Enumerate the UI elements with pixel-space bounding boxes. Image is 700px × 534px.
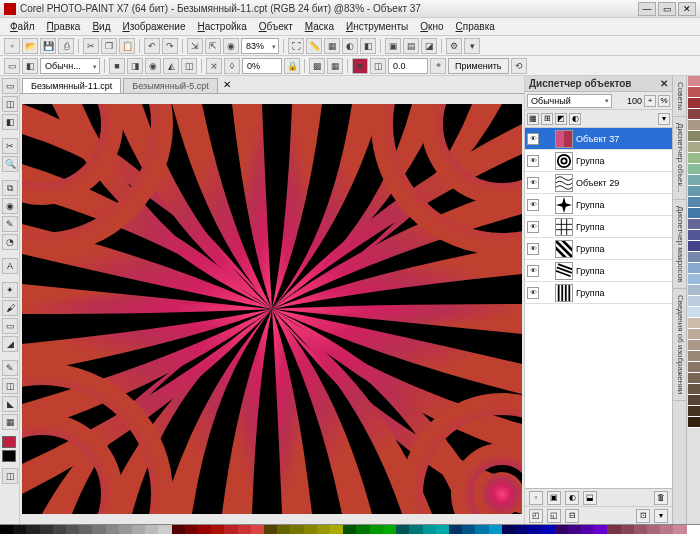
lock-slot[interactable] [542, 199, 552, 211]
swatch[interactable] [119, 525, 132, 534]
app2-icon[interactable]: ▤ [403, 38, 419, 54]
import-icon[interactable]: ⇲ [187, 38, 203, 54]
fill-tool-icon[interactable]: ◢ [2, 336, 18, 352]
swatch[interactable] [145, 525, 158, 534]
menu-инструменты[interactable]: Инструменты [340, 19, 414, 34]
transparency-tool-icon[interactable]: ▦ [2, 414, 18, 430]
swatch[interactable] [607, 525, 620, 534]
layer-row[interactable]: 👁Группа [525, 216, 672, 238]
swatch[interactable] [688, 329, 700, 340]
shadow-tool-icon[interactable]: ◣ [2, 396, 18, 412]
blend-combo[interactable]: Обычн... [40, 58, 100, 74]
swatch[interactable] [396, 525, 409, 534]
menu-файл[interactable]: Файл [4, 19, 41, 34]
swatch[interactable] [238, 525, 251, 534]
ruler-icon[interactable]: 📏 [306, 38, 322, 54]
swatch[interactable] [688, 142, 700, 153]
menu-правка[interactable]: Правка [41, 19, 87, 34]
cut-icon[interactable]: ✂ [83, 38, 99, 54]
swatch[interactable] [449, 525, 462, 534]
swatch[interactable] [688, 417, 700, 428]
fill-square-icon[interactable]: ◫ [181, 58, 197, 74]
swatch[interactable] [423, 525, 436, 534]
swatch[interactable] [688, 186, 700, 197]
swatch[interactable] [528, 525, 541, 534]
swatch[interactable] [688, 252, 700, 263]
revert-icon[interactable]: ⟲ [511, 58, 527, 74]
swatch[interactable] [475, 525, 488, 534]
fullscreen-icon[interactable]: ⛶ [288, 38, 304, 54]
open-icon[interactable]: 📂 [22, 38, 38, 54]
brush-tool-icon[interactable]: 🖌 [2, 300, 18, 316]
swatch[interactable] [92, 525, 105, 534]
swatch[interactable] [555, 525, 568, 534]
visibility-icon[interactable]: 👁 [527, 287, 539, 299]
swatch[interactable] [541, 525, 554, 534]
foreground-color[interactable] [2, 436, 16, 448]
menu-объект[interactable]: Объект [253, 19, 299, 34]
swatch[interactable] [224, 525, 237, 534]
swatch[interactable] [688, 384, 700, 395]
menu-маска[interactable]: Маска [299, 19, 340, 34]
opacity-plus-icon[interactable]: + [644, 95, 656, 107]
visibility-icon[interactable]: 👁 [527, 155, 539, 167]
swatch[interactable] [688, 351, 700, 362]
visibility-icon[interactable]: 👁 [527, 199, 539, 211]
clone-tool-icon[interactable]: ⧉ [2, 180, 18, 196]
nav4-icon[interactable]: ⊡ [636, 509, 650, 523]
swatch[interactable] [688, 164, 700, 175]
background-color[interactable] [2, 450, 16, 462]
options-icon[interactable]: ▾ [658, 113, 670, 125]
swatch[interactable] [688, 285, 700, 296]
swatch[interactable] [688, 230, 700, 241]
nav1-icon[interactable]: ◰ [529, 509, 543, 523]
paste-icon[interactable]: 📋 [119, 38, 135, 54]
swatch[interactable] [185, 525, 198, 534]
rect-tool-icon[interactable]: ▭ [4, 58, 20, 74]
swatch[interactable] [251, 525, 264, 534]
swatch[interactable] [688, 98, 700, 109]
launch-icon[interactable]: ◉ [223, 38, 239, 54]
export-icon[interactable]: ⇱ [205, 38, 221, 54]
swatch[interactable] [688, 109, 700, 120]
swatch[interactable] [356, 525, 369, 534]
visibility-icon[interactable]: 👁 [527, 177, 539, 189]
visibility-icon[interactable]: 👁 [527, 265, 539, 277]
lock-slot[interactable] [542, 243, 552, 255]
swatch[interactable] [79, 525, 92, 534]
combine-icon[interactable]: ⬓ [583, 491, 597, 505]
swatch[interactable] [688, 208, 700, 219]
transparency-icon[interactable]: ▩ [309, 58, 325, 74]
menu-справка[interactable]: Справка [450, 19, 501, 34]
print-icon[interactable]: ⎙ [58, 38, 74, 54]
layer-row[interactable]: 👁Группа [525, 260, 672, 282]
swatch[interactable] [594, 525, 607, 534]
lock-icon[interactable]: 🔒 [284, 58, 300, 74]
swatch[interactable] [462, 525, 475, 534]
eyedrop-tool-icon[interactable]: ✎ [2, 360, 18, 376]
swap-icon[interactable]: ⤨ [206, 58, 222, 74]
document-tab[interactable]: Безымянный-11.cpt [22, 78, 121, 93]
edge-icon[interactable]: ◊ [224, 58, 240, 74]
swatch[interactable] [317, 525, 330, 534]
lock-slot[interactable] [542, 177, 552, 189]
swatch[interactable] [132, 525, 145, 534]
swatch[interactable] [264, 525, 277, 534]
picker-icon[interactable]: ⌖ [430, 58, 446, 74]
swatch[interactable] [568, 525, 581, 534]
swatch[interactable] [198, 525, 211, 534]
nav3-icon[interactable]: ⊟ [565, 509, 579, 523]
nav5-icon[interactable]: ▾ [654, 509, 668, 523]
swatch[interactable] [688, 318, 700, 329]
swatch[interactable] [40, 525, 53, 534]
swatch[interactable] [515, 525, 528, 534]
eraser-tool-icon[interactable]: ◫ [2, 378, 18, 394]
menu-вид[interactable]: Вид [86, 19, 116, 34]
visibility-icon[interactable]: 👁 [527, 221, 539, 233]
swatch[interactable] [688, 340, 700, 351]
swatch[interactable] [688, 175, 700, 186]
swatch[interactable] [370, 525, 383, 534]
tab-close-icon[interactable]: ✕ [220, 79, 234, 93]
swatch[interactable] [158, 525, 171, 534]
swatch[interactable] [688, 241, 700, 252]
